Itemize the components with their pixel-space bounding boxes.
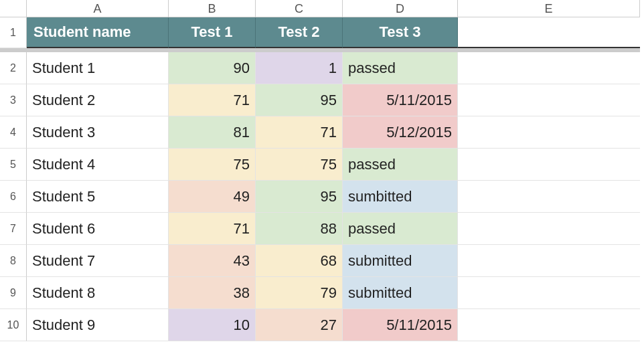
row-head-8[interactable]: 8 [0, 245, 27, 277]
cell-a10[interactable]: Student 9 [27, 309, 169, 341]
cell-e1[interactable] [458, 17, 640, 48]
cell-c3[interactable]: 95 [256, 84, 343, 116]
cell-b10[interactable]: 10 [169, 309, 256, 341]
cell-e7[interactable] [458, 213, 640, 245]
cell-a5[interactable]: Student 4 [27, 149, 169, 181]
col-head-c[interactable]: C [256, 0, 343, 17]
col-head-b[interactable]: B [169, 0, 256, 17]
cell-b6[interactable]: 49 [169, 181, 256, 213]
row-head-1[interactable]: 1 [0, 17, 27, 48]
col-head-e[interactable]: E [458, 0, 640, 17]
cell-a8[interactable]: Student 7 [27, 245, 169, 277]
cell-b8[interactable]: 43 [169, 245, 256, 277]
cell-e4[interactable] [458, 116, 640, 149]
cell-e6[interactable] [458, 181, 640, 213]
cell-e10[interactable] [458, 309, 640, 341]
cell-d3[interactable]: 5/11/2015 [343, 84, 458, 116]
cell-b4[interactable]: 81 [169, 116, 256, 149]
cell-d9[interactable]: submitted [343, 277, 458, 309]
cell-e2[interactable] [458, 52, 640, 84]
row-head-9[interactable]: 9 [0, 277, 27, 309]
cell-d2[interactable]: passed [343, 52, 458, 84]
cell-d7[interactable]: passed [343, 213, 458, 245]
cell-b2[interactable]: 90 [169, 52, 256, 84]
col-head-d[interactable]: D [343, 0, 458, 17]
cell-e9[interactable] [458, 277, 640, 309]
cell-b5[interactable]: 75 [169, 149, 256, 181]
header-student-name[interactable]: Student name [27, 17, 169, 48]
row-head-6[interactable]: 6 [0, 181, 27, 213]
row-head-7[interactable]: 7 [0, 213, 27, 245]
cell-c2[interactable]: 1 [256, 52, 343, 84]
cell-d4[interactable]: 5/12/2015 [343, 116, 458, 149]
row-head-5[interactable]: 5 [0, 149, 27, 181]
cell-c4[interactable]: 71 [256, 116, 343, 149]
cell-e3[interactable] [458, 84, 640, 116]
cell-d5[interactable]: passed [343, 149, 458, 181]
cell-a4[interactable]: Student 3 [27, 116, 169, 149]
cell-a9[interactable]: Student 8 [27, 277, 169, 309]
row-head-3[interactable]: 3 [0, 84, 27, 116]
col-head-a[interactable]: A [27, 0, 169, 17]
cell-a3[interactable]: Student 2 [27, 84, 169, 116]
select-all-corner[interactable] [0, 0, 27, 17]
cell-b9[interactable]: 38 [169, 277, 256, 309]
cell-d10[interactable]: 5/11/2015 [343, 309, 458, 341]
cell-a7[interactable]: Student 6 [27, 213, 169, 245]
header-test1[interactable]: Test 1 [169, 17, 256, 48]
cell-c6[interactable]: 95 [256, 181, 343, 213]
row-head-10[interactable]: 10 [0, 309, 27, 341]
header-test3[interactable]: Test 3 [343, 17, 458, 48]
cell-c8[interactable]: 68 [256, 245, 343, 277]
cell-b7[interactable]: 71 [169, 213, 256, 245]
cell-c5[interactable]: 75 [256, 149, 343, 181]
row-head-4[interactable]: 4 [0, 116, 27, 149]
cell-c7[interactable]: 88 [256, 213, 343, 245]
cell-a6[interactable]: Student 5 [27, 181, 169, 213]
cell-e8[interactable] [458, 245, 640, 277]
row-head-2[interactable]: 2 [0, 52, 27, 84]
cell-d8[interactable]: submitted [343, 245, 458, 277]
cell-b3[interactable]: 71 [169, 84, 256, 116]
cell-d6[interactable]: sumbitted [343, 181, 458, 213]
cell-c9[interactable]: 79 [256, 277, 343, 309]
cell-a2[interactable]: Student 1 [27, 52, 169, 84]
cell-c10[interactable]: 27 [256, 309, 343, 341]
cell-e5[interactable] [458, 149, 640, 181]
spreadsheet[interactable]: A B C D E 1 Student name Test 1 Test 2 T… [0, 0, 644, 341]
header-test2[interactable]: Test 2 [256, 17, 343, 48]
